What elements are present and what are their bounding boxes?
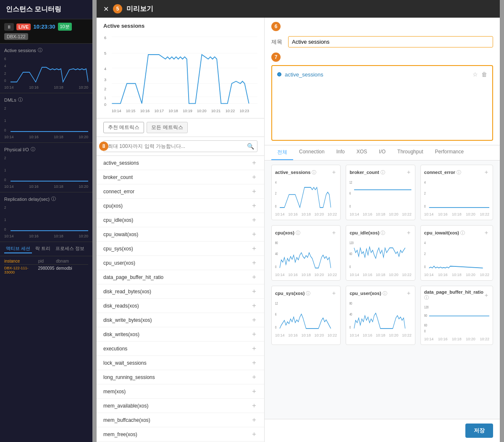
list-item[interactable]: mem_free(xos)＋ — [97, 427, 264, 442]
save-button[interactable]: 저장 — [465, 424, 493, 438]
pause-button[interactable]: ⏸ — [4, 23, 14, 31]
add-metric-button[interactable]: ＋ — [251, 316, 257, 324]
list-item[interactable]: cpu(xos)＋ — [97, 199, 264, 213]
add-metric-button[interactable]: ＋ — [251, 358, 257, 367]
grid-tab-performance[interactable]: Performance — [429, 145, 470, 160]
grid-tab-all[interactable]: 전체 — [271, 145, 293, 160]
step-badge-5: 5 — [113, 4, 122, 13]
add-cpu-iowait-button[interactable]: ＋ — [483, 229, 489, 237]
add-connect-error-button[interactable]: ＋ — [483, 168, 489, 176]
add-broker-count-button[interactable]: ＋ — [406, 168, 412, 176]
metric-actions: ☆ 🗑 — [472, 71, 487, 78]
preview-section: Active sessions 6 5 4 3 2 1 0 — [97, 18, 264, 118]
add-metric-button[interactable]: ＋ — [251, 287, 257, 296]
svg-text:4: 4 — [4, 64, 6, 68]
metric-delete-button[interactable]: 🗑 — [481, 71, 487, 78]
add-cpu-idle-button[interactable]: ＋ — [406, 229, 412, 237]
add-metric-button[interactable]: ＋ — [251, 216, 257, 224]
svg-text:2: 2 — [4, 205, 6, 210]
add-active-sessions-button[interactable]: ＋ — [331, 168, 337, 176]
svg-text:6: 6 — [104, 36, 106, 40]
add-cpu-user-button[interactable]: ＋ — [406, 289, 412, 297]
all-metrics-tab[interactable]: 모든 메트릭스 — [147, 122, 187, 133]
list-item[interactable]: broker_count＋ — [97, 170, 264, 184]
svg-text:0: 0 — [275, 325, 276, 330]
add-metric-button[interactable]: ＋ — [251, 244, 257, 253]
list-item[interactable]: active_sessions＋ — [97, 156, 264, 170]
add-metric-button[interactable]: ＋ — [251, 430, 257, 439]
grid-tab-io[interactable]: I/O — [373, 145, 391, 160]
list-item[interactable]: connect_error＋ — [97, 184, 264, 199]
grid-tabs: 전체 Connection Info XOS I/O Throughput Pe… — [265, 145, 500, 160]
list-item[interactable]: executions＋ — [97, 342, 264, 356]
info-icon: ⓘ — [38, 47, 42, 53]
grid-tab-xos[interactable]: XOS — [351, 145, 373, 160]
modal-overlay: ✕ 5 미리보기 Active sessions 6 5 — [92, 0, 504, 442]
instance-badge: DBX-122 — [4, 33, 28, 40]
add-metric-button[interactable]: ＋ — [251, 373, 257, 381]
add-metric-button[interactable]: ＋ — [251, 416, 257, 424]
table-header: instance pid dbnam — [4, 258, 88, 265]
list-item[interactable]: cpu_idle(xos)＋ — [97, 213, 264, 227]
replication-info-icon: ⓘ — [51, 196, 56, 202]
grid-tab-connection[interactable]: Connection — [293, 145, 331, 160]
tab-active-sessions[interactable]: 액티브 세션 — [4, 245, 32, 253]
add-cpu-sys-button[interactable]: ＋ — [331, 289, 337, 297]
list-item[interactable]: mem(xos)＋ — [97, 384, 264, 399]
add-metric-button[interactable]: ＋ — [251, 187, 257, 196]
add-metric-button[interactable]: ＋ — [251, 230, 257, 239]
cpu-xos-grid-chart: 80 40 0 — [275, 238, 337, 272]
preview-xaxis: 10:1410:1510:1610:1710:1810:1910:2010:21… — [103, 109, 257, 113]
add-metric-button[interactable]: ＋ — [251, 158, 257, 167]
svg-text:40: 40 — [349, 312, 352, 317]
grid-tab-info[interactable]: Info — [331, 145, 351, 160]
list-item[interactable]: mem_buffcache(xos)＋ — [97, 413, 264, 427]
add-metric-button[interactable]: ＋ — [251, 387, 257, 396]
list-item[interactable]: disk_write_bytes(xos)＋ — [97, 313, 264, 327]
svg-text:0: 0 — [4, 178, 6, 182]
list-item[interactable]: disk_writes(xos)＋ — [97, 327, 264, 342]
add-metric-button[interactable]: ＋ — [251, 201, 257, 210]
tab-process-info[interactable]: 프로세스 정보 — [54, 245, 86, 253]
add-metric-button[interactable]: ＋ — [251, 258, 257, 267]
replication-delay-mini-chart: 2 1 0 — [4, 204, 88, 233]
metric-card-active-sessions: active_sessions ⓘ ＋ 4 2 0 — [271, 165, 341, 220]
list-item[interactable]: long_running_sessions＋ — [97, 370, 264, 384]
add-metric-button[interactable]: ＋ — [251, 344, 257, 353]
step-badge-8: 8 — [99, 142, 108, 151]
metric-search-input[interactable] — [103, 140, 257, 152]
list-item[interactable]: lock_wait_sessions＋ — [97, 356, 264, 370]
svg-text:2: 2 — [4, 71, 6, 76]
connect-error-grid-chart: 4 2 0 — [424, 178, 489, 211]
physical-io-label: Physical I/O ⓘ — [4, 146, 88, 153]
add-metric-button[interactable]: ＋ — [251, 173, 257, 182]
list-item[interactable]: disk_read_bytes(xos)＋ — [97, 284, 264, 299]
list-item[interactable]: cpu_sys(xos)＋ — [97, 242, 264, 256]
list-item[interactable]: data_page_buffer_hit_ratio＋ — [97, 270, 264, 284]
add-metric-button[interactable]: ＋ — [251, 330, 257, 339]
right-top-section: 6 제목 7 act — [265, 18, 500, 145]
svg-text:0: 0 — [424, 204, 426, 209]
list-item[interactable]: cpu_user(xos)＋ — [97, 256, 264, 270]
list-item[interactable]: mem_available(xos)＋ — [97, 399, 264, 413]
add-data-page-buffer-button[interactable]: ＋ — [483, 292, 489, 299]
dmls-info-icon: ⓘ — [18, 97, 23, 103]
step-badge-6: 6 — [271, 22, 281, 31]
add-cpu-xos-button[interactable]: ＋ — [331, 229, 337, 237]
recommended-metrics-tab[interactable]: 추천 메트릭스 — [103, 122, 144, 133]
svg-text:2: 2 — [4, 106, 6, 110]
live-badge: LIVE — [16, 24, 31, 30]
tab-lock-tree[interactable]: 락 트리 — [34, 245, 52, 253]
svg-text:120: 120 — [349, 240, 354, 245]
list-item[interactable]: disk_reads(xos)＋ — [97, 299, 264, 313]
grid-tab-throughput[interactable]: Throughput — [391, 145, 429, 160]
cpu-idle-grid-chart: 120 60 0 — [349, 238, 411, 272]
list-item[interactable]: cpu_iowait(xos)＋ — [97, 227, 264, 242]
active-sessions-chart-section: Active sessions ⓘ 6 4 2 0 10:1410:1610:1… — [0, 44, 92, 93]
modal-close-button[interactable]: ✕ — [103, 5, 109, 13]
add-metric-button[interactable]: ＋ — [251, 301, 257, 310]
add-metric-button[interactable]: ＋ — [251, 273, 257, 282]
metric-settings-button[interactable]: ☆ — [472, 71, 478, 78]
chart-title-input[interactable] — [288, 36, 493, 47]
add-metric-button[interactable]: ＋ — [251, 401, 257, 410]
